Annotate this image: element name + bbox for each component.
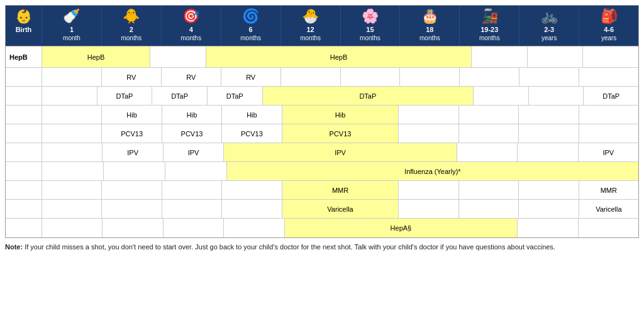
hib-4mo: Hib [162,106,222,124]
mmr-row: MMR MMR [6,181,638,200]
influenza-2mo [104,162,165,180]
rv-4-6yr [579,68,638,86]
12mo-icon: 🐣 [302,9,319,23]
header-15mo: 🌸 15months [341,6,401,46]
hib-row: Hib Hib Hib Hib [6,106,638,124]
varicella-12mo-15mo: Varicella [282,200,399,218]
influenza-label [6,162,42,180]
pcv13-2mo: PCV13 [102,124,162,143]
dtap-1mo [42,87,97,105]
pcv13-18mo [399,124,458,143]
ipv-1mo [42,143,103,161]
varicella-2mo [102,200,162,218]
pcv13-2-3yr [519,124,579,143]
header-18mo: 🎂 18months [400,6,460,46]
1mo-icon: 🍼 [63,9,80,23]
ipv-4-6yr: IPV [579,143,638,161]
varicella-19-23mo [459,200,519,218]
dtap-2mo: DTaP [97,87,153,105]
rv-4mo: RV [162,68,221,86]
hepa-6mo [224,219,284,237]
rv-6mo: RV [221,68,281,86]
mmr-19-23mo [459,181,519,199]
birth-icon: 👶 [15,9,32,23]
ipv-2-3yr [518,143,578,161]
hib-18mo [399,106,458,124]
hib-6mo: Hib [222,106,282,124]
hepb-1mo-2mo: HepB [42,46,150,67]
birth-label: Birth [16,26,32,34]
mmr-18mo [399,181,458,199]
mmr-2mo [102,181,162,199]
header-4-6yr: 🎒 4-6years [579,6,638,46]
mmr-1mo [42,181,102,199]
varicella-4mo [162,200,222,218]
header-1mo: 🍼 1month [42,6,102,46]
hib-label [6,106,42,124]
pcv13-12mo-15mo: PCV13 [282,124,399,143]
hib-1mo [42,106,102,124]
dtap-4mo: DTaP [152,87,208,105]
dtap-19-23mo [474,87,529,105]
varicella-18mo [399,200,458,218]
varicella-4-6yr: Varicella [579,200,638,218]
hepb-row: HepB HepB HepB [6,46,638,68]
pcv13-label [6,124,42,143]
hib-2mo: Hib [102,106,162,124]
pcv13-row: PCV13 PCV13 PCV13 PCV13 [6,124,638,143]
4-6yr-icon: 🎒 [601,9,618,23]
rv-18mo [400,68,460,86]
dtap-12mo-18mo: DTaP [263,87,474,105]
hepa-row: HepA§ [6,219,638,237]
hepa-label [6,219,42,237]
rv-2mo: RV [102,68,162,86]
vaccine-rows: HepB HepB HepB RV RV RV [6,46,638,237]
rv-row: RV RV RV [6,68,638,87]
hepb-label: HepB [6,46,42,67]
hib-2-3yr [519,106,579,124]
2-3yr-icon: 🚲 [541,9,558,23]
15mo-icon: 🌸 [362,9,379,23]
dtap-row: DTaP DTaP DTaP DTaP DTaP [6,87,638,106]
hib-4-6yr [579,106,638,124]
rv-12mo [281,68,341,86]
hepb-19-23mo [472,46,528,67]
header-4mo: 🎯 4months [162,6,221,46]
rv-19-23mo [460,68,519,86]
header-19-23mo: 🚂 19-23months [460,6,519,46]
19-23mo-icon: 🚂 [481,9,498,23]
hepa-2mo [103,219,163,237]
header-6mo: 🌀 6months [221,6,281,46]
varicella-2-3yr [519,200,579,218]
dtap-4-6yr: DTaP [584,87,638,105]
rv-15mo [341,68,401,86]
hib-12mo-15mo: Hib [282,106,399,124]
note-text: Note: If your child misses a shot, you d… [5,243,555,251]
hepb-4-6yr [583,46,638,67]
header-2mo: 🐥 2months [102,6,162,46]
varicella-6mo [222,200,282,218]
rv-2-3yr [519,68,579,86]
influenza-4mo [165,162,227,180]
mmr-4mo [162,181,222,199]
6mo-icon: 🌀 [242,9,259,23]
dtap-6mo: DTaP [208,87,263,105]
header-2-3yr: 🚲 2-3years [519,6,579,46]
ipv-4mo: IPV [164,143,224,161]
hepa-12mo-23mo: HepA§ [285,219,518,237]
hepb-2-3yr [528,46,584,67]
vaccine-schedule-table: 👶 Birth 🍼 1month 🐥 2months 🎯 4months 🌀 6… [5,5,639,238]
ipv-label [6,143,42,161]
hepa-2-3yr [518,219,578,237]
ipv-row: IPV IPV IPV IPV [6,143,638,162]
mmr-4-6yr: MMR [579,181,638,199]
hepa-4-6yr [579,219,638,237]
mmr-12mo-15mo: MMR [282,181,399,199]
dtap-2-3yr [529,87,584,105]
footnote: Note: If your child misses a shot, you d… [5,242,639,253]
pcv13-4mo: PCV13 [162,124,222,143]
18mo-icon: 🎂 [421,9,438,23]
rv-label [6,68,42,86]
rv-1mo [42,68,102,86]
header-birth: 👶 Birth [6,6,42,46]
